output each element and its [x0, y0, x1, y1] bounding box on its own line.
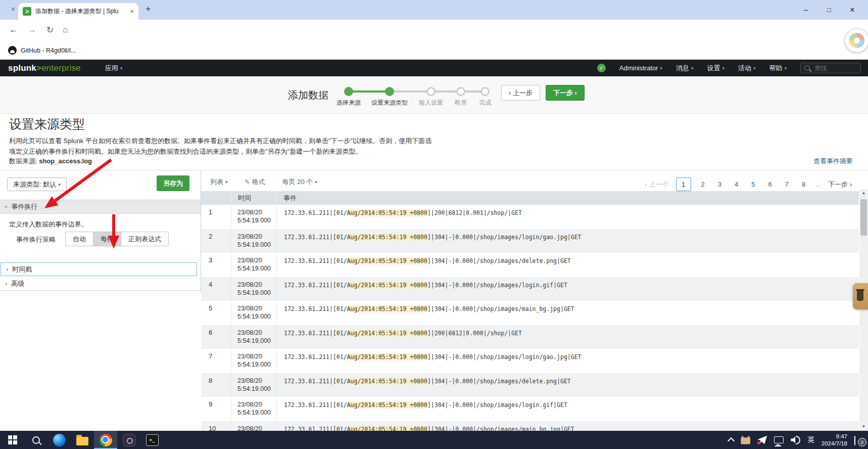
row-date: 23/08/20	[237, 400, 276, 409]
tab-search-icon[interactable]: ∨	[11, 7, 16, 11]
splunk-favicon-icon: >	[23, 7, 31, 16]
settings-panel: 来源类型: 默认▾ 另存为 ›事件换行 定义传入数据的事件边界。 事件换行策略 …	[0, 170, 201, 293]
event-break-section-header[interactable]: ›事件换行	[0, 200, 201, 214]
pagination-page-4[interactable]: 4	[732, 181, 741, 188]
back-icon[interactable]: ←	[9, 25, 18, 35]
splunk-logo[interactable]: splunk>enterprise	[8, 63, 81, 73]
timestamp-section-header[interactable]: ›时间戳	[1, 262, 197, 276]
row-date: 23/08/20	[237, 425, 276, 432]
tab-title: 添加数据 - 选择来源类型 | Splu	[35, 7, 120, 16]
tray-expand-icon[interactable]	[728, 437, 735, 444]
view-event-summary-link[interactable]: 查看事件摘要	[813, 157, 853, 166]
pagination-page-7[interactable]: 7	[782, 181, 792, 188]
table-row[interactable]: 423/08/205:54:19.000172.33.61.211|[01/Au…	[201, 277, 859, 301]
pagination-page-5[interactable]: 5	[748, 181, 758, 188]
refresh-icon[interactable]: ↻	[46, 25, 54, 35]
minimize-button[interactable]: ─	[794, 0, 817, 20]
window-controls: ─ □ ✕	[794, 0, 864, 20]
pagination-page-1[interactable]: 1	[676, 177, 691, 191]
home-icon[interactable]: ⌂	[63, 25, 68, 35]
step-dot-todo	[426, 87, 436, 96]
start-button[interactable]	[1, 431, 24, 449]
nav-menu-label: 帮助	[769, 64, 782, 72]
list-view-dropdown[interactable]: 列表▾	[210, 177, 228, 187]
row-number: 5	[201, 301, 231, 325]
scrollbar[interactable]: ▲ ▼	[859, 189, 868, 431]
table-row[interactable]: 623/08/205:54:19.000172.33.61.211|[01/Au…	[201, 325, 859, 349]
close-button[interactable]: ✕	[841, 0, 864, 20]
pagination-page-3[interactable]: 3	[715, 181, 725, 188]
table-row[interactable]: 1023/08/205:54:19.000172.33.61.211|[01/A…	[201, 421, 859, 432]
nav-menu-活动[interactable]: 活动▾	[738, 64, 756, 73]
browser-tab[interactable]: > 添加数据 - 选择来源类型 | Splu ×	[18, 3, 138, 20]
policy-option-每行[interactable]: 每行	[93, 232, 121, 246]
event-text: 172.33.61.211|[01/	[284, 330, 347, 337]
event-text: ]|304|-|0.000|/shop/images/login/gao.jpg…	[427, 353, 582, 361]
taskbar-edge-button[interactable]	[47, 431, 71, 449]
data-source-value: shop_access.log	[39, 157, 92, 165]
table-row[interactable]: 923/08/205:54:19.000172.33.61.211|[01/Au…	[201, 397, 859, 421]
policy-option-正则表达式[interactable]: 正则表达式	[121, 232, 169, 246]
caret-down-icon: ▾	[784, 66, 787, 71]
event-text: ]|200|6812|0.001|/shop/|GET	[427, 209, 522, 216]
advanced-section-header[interactable]: ›高级	[0, 277, 201, 291]
row-number: 8	[201, 373, 231, 397]
floating-ball-extension[interactable]	[845, 28, 868, 53]
format-button[interactable]: ✎格式	[245, 177, 265, 187]
taskbar-dark-app-button[interactable]	[117, 431, 140, 449]
taskbar-chrome-button[interactable]	[94, 431, 117, 449]
next-step-button[interactable]: 下一步 ›	[546, 85, 585, 101]
table-row[interactable]: 723/08/205:54:19.000172.33.61.211|[01/Au…	[201, 349, 859, 373]
input-language-indicator[interactable]: 英	[807, 435, 814, 444]
bookmark-item[interactable]: GitHub - R4gd0ll/I...	[21, 47, 76, 54]
taskbar-terminal-button[interactable]: >_	[140, 431, 164, 449]
network-icon[interactable]	[774, 436, 784, 443]
event-text: 172.33.61.211|[01/	[284, 305, 347, 312]
nav-menu-消息[interactable]: 消息▾	[676, 64, 694, 73]
health-check-icon[interactable]: ✓	[597, 64, 606, 72]
table-row[interactable]: 223/08/205:54:19.000172.33.61.211|[01/Au…	[201, 229, 859, 253]
pagination-page-6[interactable]: 6	[765, 181, 775, 188]
save-as-button[interactable]: 另存为	[157, 175, 189, 191]
pagination-page-8[interactable]: 8	[799, 181, 808, 188]
row-clock: 5:54:19.000	[237, 409, 276, 417]
taskbar-search-button[interactable]	[24, 431, 47, 449]
telegram-icon[interactable]	[757, 436, 767, 444]
per-page-dropdown[interactable]: 每页 20 个▾	[282, 177, 317, 187]
table-row[interactable]: 823/08/205:54:19.000172.33.61.211|[01/Au…	[201, 373, 859, 397]
pagination-page-2[interactable]: 2	[698, 181, 708, 188]
nav-menu-帮助[interactable]: 帮助▾	[769, 64, 787, 73]
sourcetype-dropdown[interactable]: 来源类型: 默认▾	[7, 177, 67, 191]
tab-close-icon[interactable]: ×	[130, 8, 134, 15]
volume-icon[interactable]	[791, 436, 800, 444]
maximize-button[interactable]: □	[817, 0, 841, 20]
table-row[interactable]: 323/08/205:54:19.000172.33.61.211|[01/Au…	[201, 253, 859, 277]
splunk-search-input[interactable]	[813, 64, 851, 72]
splunk-search-box[interactable]	[800, 63, 861, 73]
taskbar-explorer-button[interactable]	[71, 431, 94, 449]
cat-app-icon[interactable]	[741, 436, 750, 444]
table-row[interactable]: 523/08/205:54:19.000172.33.61.211|[01/Au…	[201, 301, 859, 325]
policy-option-自动[interactable]: 自动	[65, 232, 93, 246]
caret-down-icon: ▾	[722, 66, 725, 71]
search-icon	[804, 65, 810, 71]
nav-menu-设置[interactable]: 设置▾	[707, 64, 725, 73]
scroll-up-icon[interactable]: ▲	[859, 189, 868, 197]
action-center-button[interactable]: 2	[854, 436, 863, 444]
table-row[interactable]: 123/08/205:54:19.000172.33.61.211|[01/Au…	[201, 205, 859, 229]
row-clock: 5:54:19.000	[237, 337, 276, 345]
row-event: 172.33.61.211|[01/Aug/2014:05:54:19 +080…	[277, 253, 859, 277]
app-menu[interactable]: 应用▾	[105, 64, 123, 73]
taskbar-clock[interactable]: 9:47 2024/7/18	[822, 433, 847, 447]
floating-extension-widget[interactable]	[853, 283, 868, 309]
data-source: 数据来源: shop_access.log	[9, 157, 92, 166]
nav-menu-Administrator[interactable]: Administrator▾	[619, 64, 662, 72]
forward-icon[interactable]: →	[28, 25, 36, 35]
row-date: 23/08/20	[237, 256, 276, 264]
pagination-next[interactable]: 下一步 ›	[828, 180, 852, 189]
previous-step-button[interactable]: ‹ 上一步	[501, 85, 540, 101]
scroll-down-icon[interactable]: ▼	[859, 423, 868, 431]
new-tab-button[interactable]: +	[146, 4, 151, 15]
scrollbar-thumb[interactable]	[860, 199, 867, 236]
row-number: 9	[201, 397, 231, 421]
